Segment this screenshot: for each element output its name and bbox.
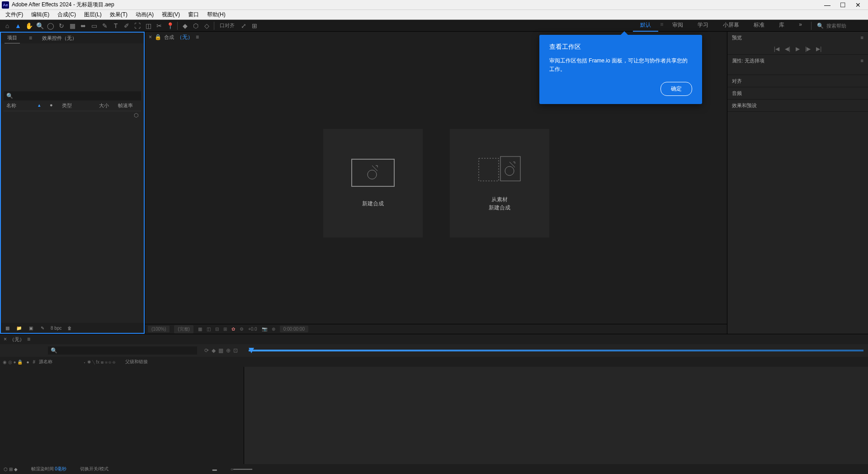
trash-icon[interactable]: 🗑: [66, 326, 73, 331]
new-comp-from-footage-card[interactable]: 从素材新建合成: [450, 129, 549, 237]
menu-file[interactable]: 文件(F): [2, 10, 27, 19]
new-composition-card[interactable]: 新建合成: [323, 129, 423, 237]
interpret-icon[interactable]: ▦: [4, 326, 11, 331]
comp-icon[interactable]: ▣: [27, 326, 34, 331]
vf-icon[interactable]: 📷: [262, 327, 267, 332]
menu-layer[interactable]: 图层(L): [80, 10, 105, 19]
maximize-button[interactable]: ☐: [839, 1, 846, 9]
vf-icon[interactable]: ✿: [231, 327, 235, 332]
tl-tab-menu[interactable]: ≡: [27, 336, 30, 342]
vf-icon[interactable]: ⊕: [272, 327, 275, 332]
adjust-icon[interactable]: ✎: [39, 326, 46, 331]
timeline-search[interactable]: 🔍: [48, 346, 197, 355]
brush-tool[interactable]: ✐: [122, 21, 132, 31]
ws-default[interactable]: 默认: [633, 19, 658, 32]
parent-col[interactable]: 父级和链接: [125, 359, 148, 365]
minimize-button[interactable]: —: [824, 1, 831, 9]
ws-menu-icon[interactable]: ≡: [658, 19, 665, 32]
help-search[interactable]: 🔍: [813, 23, 866, 29]
tool-extra2[interactable]: ⬡: [191, 21, 201, 31]
menu-animation[interactable]: 动画(A): [132, 10, 157, 19]
tab-effect-controls[interactable]: 效果控件（无）: [39, 33, 80, 43]
effects-presets-header[interactable]: 效果和预设: [727, 100, 868, 111]
project-search[interactable]: 🔍: [4, 91, 141, 100]
tl-tab[interactable]: （无）: [9, 336, 24, 343]
align-header[interactable]: 对齐: [727, 75, 868, 87]
col-type[interactable]: 类型: [62, 102, 72, 109]
timeline-ruler[interactable]: [249, 350, 863, 351]
last-frame-icon[interactable]: ▶|: [816, 46, 821, 52]
popup-ok-button[interactable]: 确定: [660, 82, 692, 96]
play-icon[interactable]: ▶: [796, 46, 800, 52]
snap-toggle[interactable]: 口对齐: [216, 22, 238, 29]
snap-icon[interactable]: ⤢: [239, 21, 249, 31]
bpc-label[interactable]: 8 bpc: [51, 326, 61, 331]
menu-effect[interactable]: 效果(T): [106, 10, 131, 19]
camera-tool[interactable]: ▦: [67, 21, 77, 31]
tool-extra1[interactable]: ◆: [180, 21, 190, 31]
zoom-slider[interactable]: ○━━━━━━━: [231, 467, 252, 472]
clone-tool[interactable]: ⛶: [132, 21, 142, 31]
col-name[interactable]: 名称: [6, 102, 16, 109]
index-col[interactable]: #: [33, 360, 35, 365]
menu-composition[interactable]: 合成(C): [54, 10, 80, 19]
ws-more[interactable]: »: [792, 19, 809, 32]
folder-icon[interactable]: 📁: [15, 326, 23, 331]
pen-tool[interactable]: ✎: [100, 21, 110, 31]
pan-behind-tool[interactable]: ⬌: [78, 21, 88, 31]
comp-tab-lock[interactable]: 🔒: [155, 34, 161, 40]
roto-tool[interactable]: ✂: [154, 21, 164, 31]
vf-icon[interactable]: ▦: [198, 327, 202, 332]
tab-project[interactable]: 项目: [5, 33, 20, 43]
layer-switches[interactable]: ⬩ ✱ ╲ fx ▦ ◉ ◎ ⊕: [83, 360, 115, 365]
timecode[interactable]: 0:00:00:00: [280, 326, 308, 332]
col-tag[interactable]: ●: [50, 102, 53, 109]
playhead[interactable]: [249, 348, 254, 353]
ws-review[interactable]: 审阅: [665, 19, 690, 32]
zoom-select[interactable]: (100%): [148, 326, 170, 332]
tl-icon[interactable]: ⊡: [233, 347, 238, 354]
ws-library[interactable]: 库: [772, 19, 792, 32]
tl-icon[interactable]: ◆: [212, 347, 216, 354]
vf-icon[interactable]: ⚙: [240, 327, 244, 332]
type-tool[interactable]: T: [111, 21, 121, 31]
source-name-col[interactable]: 源名称: [39, 359, 52, 365]
tl-icon[interactable]: ⊕: [226, 347, 231, 354]
selection-tool[interactable]: ▲: [13, 21, 23, 31]
menu-edit[interactable]: 编辑(E): [28, 10, 53, 19]
rotate-tool[interactable]: ↻: [57, 21, 66, 31]
timeline-layers[interactable]: [0, 367, 244, 464]
tl-icon[interactable]: ▦: [218, 347, 223, 354]
close-button[interactable]: ✕: [854, 1, 862, 9]
exposure[interactable]: +0.0: [248, 327, 257, 332]
vf-icon[interactable]: ⊞: [223, 327, 227, 332]
zoom-out-icon[interactable]: ▬: [212, 467, 217, 472]
menu-help[interactable]: 帮助(H): [203, 10, 229, 19]
preview-header[interactable]: 预览≡: [727, 32, 868, 43]
hand-tool[interactable]: ✋: [24, 21, 34, 31]
home-button[interactable]: ⌂: [2, 21, 12, 31]
comp-tab-menu[interactable]: ≡: [196, 34, 199, 40]
tl-icon[interactable]: ⟳: [204, 347, 209, 354]
properties-header[interactable]: 属性: 无选择项≡: [727, 55, 868, 66]
prev-frame-icon[interactable]: ◀|: [785, 46, 790, 52]
resolution-select[interactable]: (完整): [174, 325, 193, 333]
comp-tab-close[interactable]: ×: [149, 34, 152, 40]
ws-standard[interactable]: 标准: [746, 19, 772, 32]
help-search-input[interactable]: [826, 23, 863, 28]
col-size[interactable]: 大小: [99, 102, 109, 109]
project-menu-icon[interactable]: ≡: [29, 35, 32, 41]
puppet-tool[interactable]: 📍: [165, 21, 175, 31]
sort-icon[interactable]: ▴: [38, 102, 41, 109]
timeline-tracks[interactable]: [244, 367, 868, 464]
menu-view[interactable]: 视图(V): [158, 10, 184, 19]
snap-icon2[interactable]: ⊞: [250, 21, 259, 31]
ws-learn[interactable]: 学习: [690, 19, 716, 32]
ws-small[interactable]: 小屏幕: [716, 19, 746, 32]
flowchart-icon[interactable]: ⬡: [4, 111, 141, 119]
panel-menu-icon[interactable]: ≡: [861, 58, 863, 63]
first-frame-icon[interactable]: |◀: [774, 46, 779, 52]
panel-menu-icon[interactable]: ≡: [861, 35, 863, 40]
orbit-tool[interactable]: ◯: [46, 21, 56, 31]
tl-footer-icons[interactable]: ⬡ ⊞ ◆: [4, 467, 18, 472]
